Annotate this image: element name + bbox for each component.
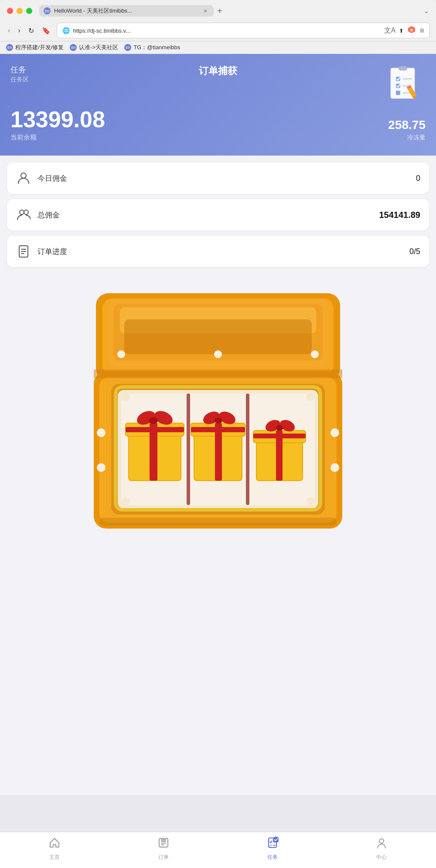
menu-icon[interactable]: ≡ <box>419 26 424 35</box>
svg-point-36 <box>121 393 130 401</box>
balance-row: 13399.08 当前余额 258.75 冷冻量 <box>10 108 426 142</box>
frozen-label: 冷冻量 <box>388 134 426 142</box>
title-bar: tm HelloWorld - 天美社区timibbs... × + ⌄ <box>0 0 436 20</box>
translate-icon[interactable]: 文A <box>384 26 396 35</box>
svg-rect-20 <box>21 251 26 252</box>
nav-home-label: 主页 <box>49 854 60 861</box>
svg-rect-87 <box>273 845 276 846</box>
total-commission-card[interactable]: 总佣金 154141.89 <box>7 199 429 231</box>
tab-close-button[interactable]: × <box>201 7 209 15</box>
svg-rect-77 <box>94 370 342 378</box>
svg-point-57 <box>149 417 158 424</box>
svg-point-42 <box>97 463 106 472</box>
new-tab-button[interactable]: + <box>217 6 222 16</box>
url-text: https://dj-sc.timibbs.v... <box>73 27 381 34</box>
brave-icon: B <box>407 25 416 36</box>
browser-window: tm HelloWorld - 天美社区timibbs... × + ⌄ ‹ ›… <box>0 0 436 54</box>
bookmark-button[interactable]: 🔖 <box>40 26 52 36</box>
refresh-button[interactable]: ↻ <box>27 26 36 36</box>
svg-point-44 <box>117 350 125 358</box>
task-label: 任务 <box>10 64 29 75</box>
bookmark-favicon-2: tm <box>70 44 77 51</box>
cards-section: 今日佣金 0 总佣金 154141.89 <box>0 156 436 267</box>
bookmark-label-3: TG：@tianmeibbs <box>133 44 180 51</box>
bookmark-favicon-1: tm <box>6 44 13 51</box>
home-icon <box>48 837 61 852</box>
url-bar[interactable]: 🌐 https://dj-sc.timibbs.v... 文A ⬆ B ≡ <box>57 23 430 38</box>
person-icon <box>16 170 31 186</box>
today-commission-card[interactable]: 今日佣金 0 <box>7 163 429 194</box>
svg-rect-7 <box>396 91 400 95</box>
security-icon: 🌐 <box>62 27 70 34</box>
active-tab[interactable]: tm HelloWorld - 天美社区timibbs... × <box>39 5 214 17</box>
svg-point-15 <box>21 173 26 178</box>
svg-point-16 <box>20 210 24 214</box>
nav-order[interactable]: 订单 <box>146 837 181 861</box>
document-icon <box>16 244 31 259</box>
traffic-lights <box>7 8 32 14</box>
balance-amount: 13399.08 <box>10 108 105 131</box>
frozen-amount: 258.75 <box>388 118 426 132</box>
nav-task[interactable]: 任务 <box>255 837 290 861</box>
nav-home[interactable]: 主页 <box>37 837 72 861</box>
svg-rect-81 <box>161 844 164 845</box>
header-banner: 任务 任务区 订单捕获 <box>0 54 436 156</box>
today-commission-label: 今日佣金 <box>37 173 67 183</box>
svg-rect-47 <box>187 393 190 505</box>
tab-list-button[interactable]: ⌄ <box>424 7 429 14</box>
header-top: 任务 任务区 订单捕获 <box>10 64 426 99</box>
order-progress-label: 订单进度 <box>37 247 67 257</box>
bookmark-item-2[interactable]: tm 认准->天美社区 <box>70 44 118 51</box>
svg-point-89 <box>379 839 384 843</box>
navigation-bar: ‹ › ↻ 🔖 🌐 https://dj-sc.timibbs.v... 文A … <box>0 20 436 41</box>
card-left-3: 订单进度 <box>16 244 67 259</box>
nav-order-label: 订单 <box>158 854 169 861</box>
svg-rect-8 <box>402 78 412 80</box>
nav-task-label: 任务 <box>267 854 278 861</box>
header-center: 订单捕获 <box>199 64 237 78</box>
share-icon[interactable]: ⬆ <box>399 27 404 34</box>
svg-rect-72 <box>253 434 306 438</box>
bookmark-item-3[interactable]: tm TG：@tianmeibbs <box>124 44 180 51</box>
close-window-button[interactable] <box>7 8 13 14</box>
svg-point-38 <box>121 497 130 506</box>
frozen-section: 258.75 冷冻量 <box>388 118 426 142</box>
svg-point-37 <box>306 393 315 401</box>
nav-center[interactable]: 中心 <box>364 837 399 861</box>
svg-rect-4 <box>399 66 407 71</box>
svg-rect-63 <box>191 427 245 432</box>
gift-box-section <box>0 267 436 563</box>
bookmark-label-2: 认准->天美社区 <box>79 44 118 51</box>
card-left-1: 今日佣金 <box>16 170 67 186</box>
tab-favicon: tm <box>44 7 51 14</box>
order-progress-card[interactable]: 订单进度 0/5 <box>7 236 429 267</box>
svg-point-40 <box>97 428 106 437</box>
back-button[interactable]: ‹ <box>6 26 12 35</box>
svg-point-46 <box>214 350 222 358</box>
maximize-window-button[interactable] <box>26 8 32 14</box>
svg-rect-19 <box>21 249 26 250</box>
order-icon <box>157 837 170 852</box>
svg-text:B: B <box>410 28 413 32</box>
svg-rect-29 <box>124 319 312 354</box>
persons-icon <box>16 207 31 223</box>
task-icon <box>266 837 279 852</box>
svg-rect-86 <box>269 844 272 847</box>
balance-section: 13399.08 当前余额 <box>10 108 105 142</box>
svg-rect-79 <box>161 841 166 842</box>
total-commission-value: 154141.89 <box>379 210 420 220</box>
minimize-window-button[interactable] <box>17 8 23 14</box>
nav-center-label: 中心 <box>376 854 387 861</box>
svg-rect-80 <box>161 843 166 844</box>
balance-label: 当前余额 <box>10 133 105 142</box>
svg-point-43 <box>330 463 339 472</box>
order-progress-value: 0/5 <box>409 247 420 256</box>
gift-box-illustration <box>70 276 366 555</box>
bookmark-item-1[interactable]: tm 程序搭建/开发/修复 <box>6 44 64 51</box>
svg-point-17 <box>24 210 28 214</box>
svg-rect-76 <box>99 518 337 526</box>
today-commission-value: 0 <box>416 174 420 183</box>
forward-button[interactable]: › <box>16 26 22 35</box>
svg-point-66 <box>215 417 222 424</box>
svg-rect-21 <box>21 253 24 254</box>
